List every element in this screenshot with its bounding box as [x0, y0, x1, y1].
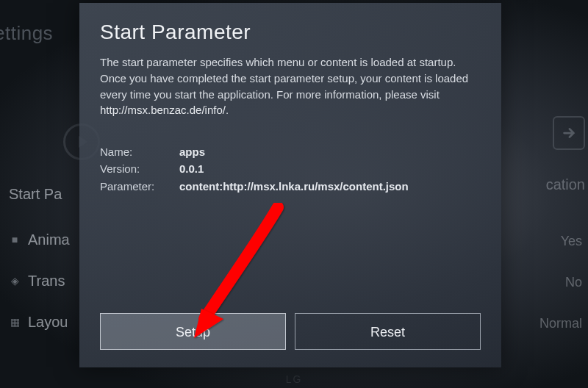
dialog-button-row: Setup Reset — [100, 313, 481, 350]
background-value: Yes — [539, 220, 582, 262]
grid-icon: ▦ — [9, 301, 21, 342]
info-row-parameter: Parameter: content:http://msx.lnka.ru/ms… — [100, 178, 481, 195]
dialog-description-text: The start parameter specifies which menu… — [100, 56, 468, 101]
background-value: No — [539, 262, 582, 303]
background-settings-heading: ettings — [0, 22, 53, 45]
info-name-value: apps — [179, 143, 205, 160]
right-arrow-tile — [553, 116, 585, 150]
dialog-description: The start parameter specifies which menu… — [100, 54, 481, 118]
tv-brand-logo: LG — [286, 373, 303, 385]
tv-screen: ettings cation Start Pa ■ Anima ◈ Trans … — [0, 0, 588, 388]
background-menu-item: ◈ Trans — [9, 260, 70, 301]
background-value: Normal — [539, 303, 582, 344]
info-row-name: Name: apps — [100, 143, 481, 160]
reset-button[interactable]: Reset — [295, 313, 481, 350]
background-menu-label: Trans — [28, 260, 65, 301]
background-menu-label: Layou — [28, 301, 68, 342]
background-text-cation: cation — [546, 176, 585, 193]
info-version-value: 0.0.1 — [179, 160, 204, 177]
background-menu-item: ■ Anima — [9, 219, 70, 260]
camera-icon: ■ — [9, 219, 21, 260]
dialog-title: Start Parameter — [100, 21, 481, 44]
dialog-info-link[interactable]: http://msx.benzac.de/info/ — [100, 104, 226, 116]
info-row-version: Version: 0.0.1 — [100, 160, 481, 177]
layers-icon: ◈ — [9, 260, 21, 301]
background-side-menu: Start Pa ■ Anima ◈ Trans ▦ Layou — [9, 173, 70, 342]
start-parameter-dialog: Start Parameter The start parameter spec… — [79, 3, 501, 367]
info-parameter-label: Parameter: — [100, 178, 179, 195]
info-name-label: Name: — [100, 143, 179, 160]
setup-button[interactable]: Setup — [100, 313, 286, 350]
dialog-description-end: . — [226, 104, 229, 116]
background-right-values: Yes No Normal — [539, 220, 582, 344]
background-menu-item: ▦ Layou — [9, 301, 70, 342]
dialog-info-block: Name: apps Version: 0.0.1 Parameter: con… — [100, 143, 481, 195]
info-version-label: Version: — [100, 160, 179, 177]
background-menu-label: Anima — [28, 219, 70, 260]
info-parameter-value: content:http://msx.lnka.ru/msx/content.j… — [179, 178, 409, 195]
background-start-pa: Start Pa — [9, 173, 70, 215]
